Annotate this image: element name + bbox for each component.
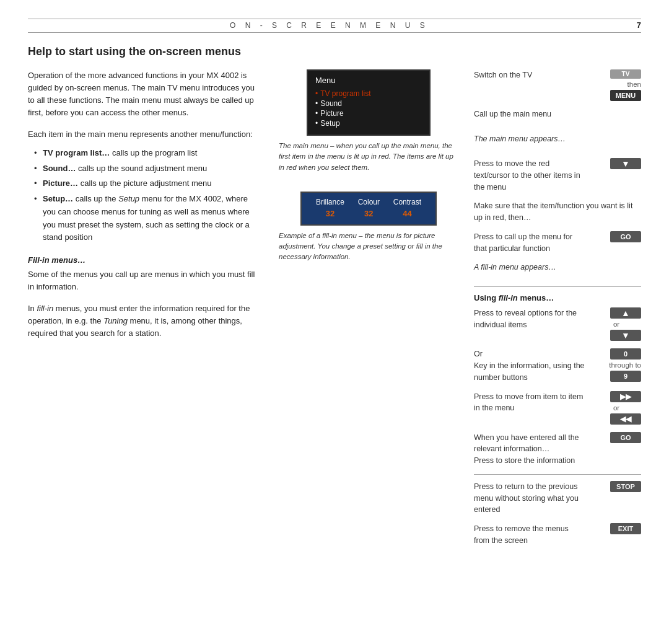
instruction-call-menu: Call up the main menu: [474, 108, 641, 126]
fillin-col-2: Colour 32: [358, 198, 380, 218]
bullet-label-2: Sound…: [43, 164, 76, 173]
menu-diagram: Menu •TV program list •Sound •Picture •S…: [307, 69, 431, 136]
instruction-move-cursor: Press to move the red text/cursor to the…: [474, 158, 641, 193]
header-title: O N - S C R E E N M E N U S: [28, 21, 631, 30]
menu-item-sound: •Sound: [315, 99, 422, 108]
through-label: through to: [609, 361, 641, 369]
num-9-button[interactable]: 9: [610, 371, 641, 382]
right-column: Switch on the TV TV then MENU Call up th…: [468, 69, 641, 554]
fillin-col-1: Brillance 32: [316, 198, 344, 218]
left-column: Operation of the more advanced functions…: [28, 69, 269, 554]
instruction-text-menu-appears: The main menu appears…: [474, 133, 641, 145]
instruction-store-info: When you have entered all the relevant i…: [474, 432, 641, 467]
center-column: Menu •TV program list •Sound •Picture •S…: [269, 69, 468, 554]
btn-group-press-go: GO: [592, 231, 641, 242]
num-0-button[interactable]: 0: [610, 348, 641, 359]
header: O N - S C R E E N M E N U S 7: [28, 20, 641, 33]
instruction-text-switch-on: Switch on the TV: [474, 69, 592, 81]
fillin-label-3: Contrast: [393, 198, 421, 206]
up-button[interactable]: ▲: [610, 307, 641, 319]
btn-group-move-item: ▶▶ or ◀◀: [592, 391, 641, 425]
ff-button[interactable]: ▶▶: [610, 391, 641, 402]
stop-button[interactable]: STOP: [610, 481, 641, 492]
fillin-value-3: 44: [393, 209, 421, 218]
fillin-label-1: Brillance: [316, 198, 344, 206]
btn-group-move-cursor: ▼: [592, 158, 641, 169]
fillin-caption: Example of a fill-in menu – the menu is …: [279, 231, 458, 263]
instruction-text-remove-menus: Press to remove the menus from the scree…: [474, 523, 592, 547]
rew-button[interactable]: ◀◀: [610, 413, 641, 425]
btn-group-return-previous: STOP: [592, 481, 641, 492]
btn-group-remove-menus: EXIT: [592, 523, 641, 534]
instruction-fillin-appears: A fill-in menu appears…: [474, 262, 641, 279]
menu-item-picture: •Picture: [315, 108, 422, 118]
instruction-key-in: OrKey in the information, using the numb…: [474, 348, 641, 383]
fill-in-text1: Some of the menus you call up are menus …: [28, 268, 257, 293]
menu-item-tv: •TV program list: [315, 89, 422, 99]
list-item: Setup… calls up the Setup menu for the M…: [34, 193, 257, 244]
tv-button[interactable]: TV: [610, 69, 641, 79]
instruction-menu-appears: The main menu appears…: [474, 133, 641, 151]
down-button-2[interactable]: ▼: [610, 330, 641, 341]
instruction-text-fillin-appears: A fill-in menu appears…: [474, 262, 641, 273]
instruction-move-item: Press to move from item to item in the m…: [474, 391, 641, 425]
instruction-make-sure: Make sure that the item/function you wan…: [474, 200, 641, 224]
btn-group-reveal-options: ▲ or ▼: [592, 307, 641, 341]
main-heading: Help to start using the on-screen menus: [28, 45, 641, 58]
then-label: then: [627, 81, 641, 88]
instruction-press-go: Press to call up the menu for that parti…: [474, 231, 641, 255]
instruction-switch-on: Switch on the TV TV then MENU: [474, 69, 641, 101]
header-rule-top: [28, 19, 641, 19]
exit-button[interactable]: EXIT: [610, 523, 641, 534]
intro-text: Operation of the more advanced functions…: [28, 69, 257, 120]
list-item: TV program list… calls up the program li…: [34, 147, 257, 160]
bullet-label-3: Picture…: [43, 179, 78, 188]
fill-in-text2: In fill-in menus, you must enter the inf…: [28, 302, 257, 340]
btn-group-key-in: 0 through to 9: [592, 348, 641, 382]
fillin-label-2: Colour: [358, 198, 380, 206]
instruction-text-return-previous: Press to return to the previous menu wit…: [474, 481, 592, 516]
instruction-return-previous: Press to return to the previous menu wit…: [474, 481, 641, 516]
divider-1: [474, 286, 641, 287]
bullet-label-1: TV program list…: [43, 148, 110, 157]
instruction-reveal-options: Press to reveal options for the individu…: [474, 307, 641, 341]
down-button[interactable]: ▼: [610, 158, 641, 169]
or-label-2: or: [613, 404, 619, 412]
instruction-text-store-info: When you have entered all the relevant i…: [474, 432, 592, 467]
bullet-label-4: Setup…: [43, 194, 73, 203]
menu-title: Menu: [315, 76, 422, 85]
using-fill-in-label: Using fill-in menus…: [474, 293, 641, 302]
instruction-remove-menus: Press to remove the menus from the scree…: [474, 523, 641, 547]
content-area: Operation of the more advanced functions…: [28, 69, 641, 554]
btn-group-switch-on: TV then MENU: [592, 69, 641, 101]
instruction-text-key-in: OrKey in the information, using the numb…: [474, 348, 592, 383]
instruction-text-make-sure: Make sure that the item/function you wan…: [474, 200, 641, 224]
page-number: 7: [637, 20, 641, 30]
fillin-col-3: Contrast 44: [393, 198, 421, 218]
each-item-text: Each item in the main menu represents an…: [28, 128, 257, 141]
instruction-text-reveal-options: Press to reveal options for the individu…: [474, 307, 592, 331]
go-button-1[interactable]: GO: [610, 231, 641, 242]
list-item: Sound… calls up the sound adjustment men…: [34, 162, 257, 175]
instruction-text-move-cursor: Press to move the red text/cursor to the…: [474, 158, 592, 193]
list-item: Picture… calls up the picture adjustment…: [34, 177, 257, 190]
fillin-value-2: 32: [358, 209, 380, 218]
fill-in-heading: Fill-in menus…: [28, 255, 257, 265]
fillin-value-1: 32: [316, 209, 344, 218]
btn-group-store-info: GO: [592, 432, 641, 443]
or-label-1: or: [613, 320, 619, 328]
menu-button[interactable]: MENU: [610, 90, 641, 101]
go-button-2[interactable]: GO: [610, 432, 641, 443]
bullet-list: TV program list… calls up the program li…: [34, 147, 257, 245]
instruction-text-call-menu: Call up the main menu: [474, 108, 592, 120]
instruction-text-press-go: Press to call up the menu for that parti…: [474, 231, 592, 255]
menu-item-setup: •Setup: [315, 118, 422, 128]
menu-caption: The main menu – when you call up the mai…: [279, 141, 458, 173]
divider-2: [474, 474, 641, 475]
fillin-diagram: Brillance 32 Colour 32 Contrast 44: [300, 192, 437, 226]
instruction-text-move-item: Press to move from item to item in the m…: [474, 391, 592, 415]
